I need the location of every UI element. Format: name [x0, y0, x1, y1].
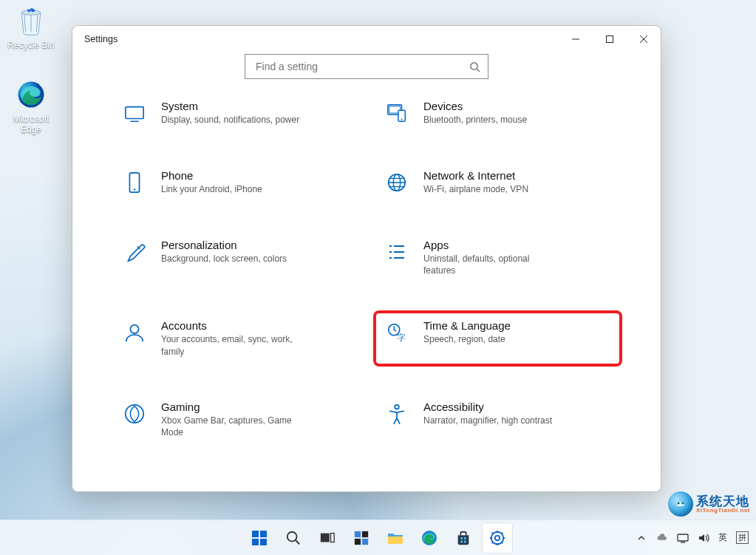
svg-rect-18: [252, 531, 259, 537]
svg-rect-24: [330, 533, 334, 542]
widgets-icon: [353, 530, 370, 546]
close-button[interactable]: [627, 26, 661, 52]
category-access[interactable]: AccessibilityNarrator, magnifier, high c…: [378, 396, 618, 443]
svg-point-35: [494, 535, 499, 539]
windows-icon: [251, 529, 268, 547]
category-text: GamingXbox Game Bar, captures, Game Mode: [161, 401, 302, 438]
onedrive-icon[interactable]: [656, 532, 668, 544]
search-input[interactable]: [254, 60, 469, 73]
svg-rect-19: [260, 531, 267, 537]
svg-point-8: [401, 119, 403, 120]
category-accounts[interactable]: AccountsYour accounts, email, sync, work…: [115, 315, 355, 361]
category-timelang[interactable]: 字Time & LanguageSpeech, region, date: [378, 315, 618, 361]
category-system[interactable]: SystemDisplay, sound, notifications, pow…: [115, 95, 355, 131]
taskbar-edge[interactable]: [415, 523, 444, 553]
category-grid: SystemDisplay, sound, notifications, pow…: [115, 95, 618, 443]
category-desc: Background, lock screen, colors: [161, 253, 287, 265]
accounts-icon: [121, 319, 148, 346]
minimize-icon: [572, 35, 579, 43]
close-icon: [640, 35, 647, 43]
category-title: Devices: [423, 100, 527, 112]
svg-point-10: [134, 188, 135, 190]
ime-lang-indicator[interactable]: 英: [718, 531, 727, 544]
svg-rect-4: [126, 107, 143, 119]
category-title: System: [161, 100, 299, 112]
window-controls: [559, 26, 661, 52]
window-title: Settings: [84, 34, 118, 44]
category-devices[interactable]: DevicesBluetooth, printers, mouse: [378, 95, 618, 131]
start-button[interactable]: [245, 523, 274, 553]
task-view[interactable]: [313, 523, 342, 553]
timelang-icon: 字: [384, 319, 410, 346]
store-icon: [455, 530, 471, 546]
widgets[interactable]: [347, 523, 376, 553]
category-desc: Display, sound, notifications, power: [161, 114, 299, 126]
svg-rect-27: [354, 538, 360, 544]
svg-rect-26: [361, 531, 367, 537]
tray-chevron-icon[interactable]: [636, 532, 647, 544]
category-text: AccountsYour accounts, email, sync, work…: [161, 319, 302, 357]
svg-point-37: [678, 503, 680, 505]
watermark: 系统天地 XiTongTianDi.net: [668, 491, 750, 517]
svg-point-16: [126, 405, 143, 423]
category-desc: Speech, region, date: [423, 333, 511, 345]
category-desc: Narrator, magnifier, high contrast: [423, 415, 552, 426]
svg-point-17: [395, 405, 399, 409]
recycle-bin[interactable]: Recycle Bin: [1, 3, 61, 50]
volume-icon[interactable]: [698, 532, 709, 544]
search-box[interactable]: [245, 54, 488, 79]
svg-point-0: [21, 10, 41, 15]
category-text: PersonalizationBackground, lock screen, …: [161, 239, 287, 265]
task-view-icon: [319, 530, 336, 546]
network-icon[interactable]: [677, 532, 689, 544]
microsoft-store[interactable]: [449, 523, 478, 553]
svg-rect-21: [260, 539, 267, 545]
category-personal[interactable]: PersonalizationBackground, lock screen, …: [115, 234, 355, 281]
category-text: SystemDisplay, sound, notifications, pow…: [161, 100, 299, 126]
gear-icon: [489, 530, 505, 546]
taskbar-settings[interactable]: [483, 523, 512, 553]
apps-icon: [384, 239, 410, 265]
maximize-icon: [606, 35, 613, 43]
category-text: Network & InternetWi-Fi, airplane mode, …: [423, 169, 528, 195]
system-icon: [121, 100, 148, 126]
search-icon: [285, 530, 302, 546]
category-title: Accessibility: [423, 401, 552, 413]
titlebar: Settings: [72, 26, 661, 52]
svg-rect-33: [463, 540, 466, 542]
recycle-bin-icon: [13, 3, 49, 38]
access-icon: [384, 401, 410, 427]
microsoft-edge[interactable]: Microsoft Edge: [1, 77, 61, 135]
phone-icon: [121, 169, 148, 196]
svg-point-3: [471, 62, 477, 69]
network-icon: [384, 169, 410, 196]
category-network[interactable]: Network & InternetWi-Fi, airplane mode, …: [378, 165, 618, 200]
watermark-text: 系统天地 XiTongTianDi.net: [696, 495, 750, 514]
category-title: Network & Internet: [423, 169, 528, 182]
personal-icon: [121, 239, 148, 265]
svg-rect-36: [678, 534, 688, 541]
category-title: Apps: [423, 239, 564, 251]
svg-rect-20: [252, 539, 259, 545]
maximize-button[interactable]: [593, 26, 627, 52]
minimize-button[interactable]: [559, 26, 593, 52]
category-desc: Uninstall, defaults, optional features: [423, 253, 564, 276]
svg-point-38: [681, 503, 684, 505]
svg-point-22: [287, 531, 296, 541]
system-tray: 英 ﻿拼: [636, 531, 749, 544]
svg-rect-2: [607, 36, 613, 43]
svg-rect-25: [354, 531, 360, 537]
category-phone[interactable]: PhoneLink your Android, iPhone: [115, 165, 355, 200]
svg-text:字: 字: [397, 333, 406, 344]
category-title: Time & Language: [423, 319, 511, 332]
svg-rect-31: [463, 537, 466, 539]
watermark-en: XiTongTianDi.net: [696, 508, 750, 514]
svg-rect-23: [320, 533, 329, 542]
category-apps[interactable]: AppsUninstall, defaults, optional featur…: [378, 234, 618, 281]
watermark-zh: 系统天地: [696, 495, 750, 508]
ime-mode-indicator[interactable]: 拼: [736, 531, 749, 544]
category-gaming[interactable]: GamingXbox Game Bar, captures, Game Mode: [115, 396, 355, 443]
file-explorer[interactable]: [381, 523, 410, 553]
search-icon: [469, 61, 480, 72]
taskbar-search[interactable]: [279, 523, 308, 553]
